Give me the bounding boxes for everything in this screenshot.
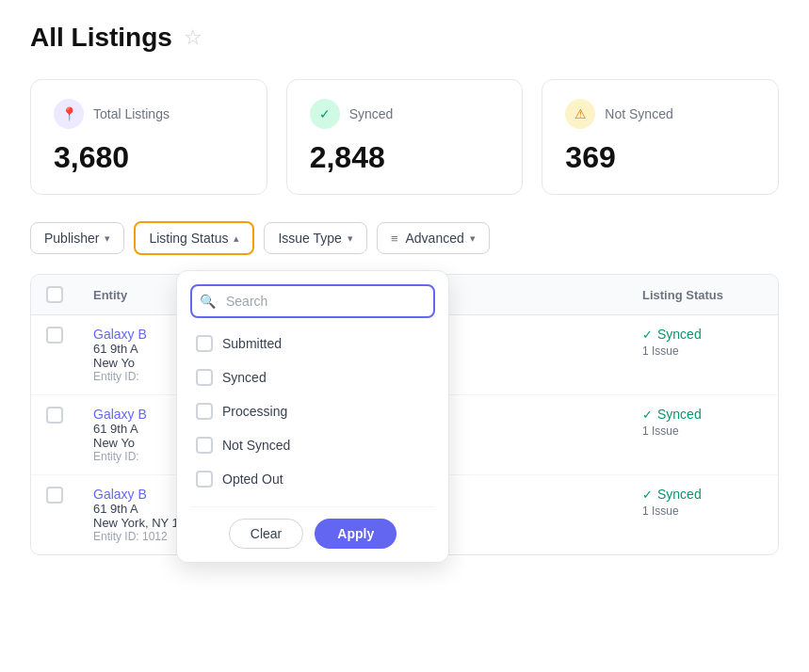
advanced-filter-icon: ≡ [391,232,398,246]
advanced-filter[interactable]: ≡ Advanced ▾ [377,222,490,254]
synced-label: Synced [349,106,394,121]
issue-type-chevron-icon: ▾ [348,232,353,245]
listing-status-filter[interactable]: Listing Status ▴ [134,221,254,255]
filters-row: Publisher ▾ Listing Status ▴ Issue Type … [30,221,779,255]
dropdown-footer: Clear Apply [190,506,435,549]
stats-row: 📍 Total Listings 3,680 ✓ Synced 2,848 ⚠ … [30,79,779,195]
not-synced-icon: ⚠ [565,99,595,129]
row-1-status: Synced [657,327,702,342]
option-processing[interactable]: Processing [190,395,435,427]
synced-option-label: Synced [222,370,267,385]
apply-button[interactable]: Apply [315,519,396,549]
not-synced-checkbox[interactable] [196,437,213,454]
option-submitted[interactable]: Submitted [190,328,435,360]
row-3-checkbox[interactable] [46,487,63,504]
synced-checkbox[interactable] [196,369,213,386]
row-1-issue: 1 Issue [642,344,679,358]
favorite-icon[interactable]: ☆ [184,25,202,50]
listing-status-dropdown: 🔍 Submitted Synced Processing [176,270,449,563]
publisher-chevron-icon: ▾ [105,232,110,245]
not-synced-option-label: Not Synced [222,438,290,453]
row-3-issue: 1 Issue [642,504,679,518]
stat-card-total: 📍 Total Listings 3,680 [30,79,267,195]
row-2-checkbox[interactable] [46,407,63,424]
clear-button[interactable]: Clear [229,519,303,549]
row-2-checkbox-cell [31,395,78,475]
submitted-label: Submitted [222,336,282,351]
status-option-list: Submitted Synced Processing Not Synced O… [190,328,435,495]
option-synced[interactable]: Synced [190,361,435,393]
issue-type-filter[interactable]: Issue Type ▾ [264,222,366,254]
publisher-filter-label: Publisher [44,231,99,246]
row-3-status-cell: ✓ Synced 1 Issue [627,475,778,555]
advanced-chevron-icon: ▾ [470,232,476,245]
header-checkbox-col [31,275,78,315]
row-2-status: Synced [657,407,702,422]
header-empty [563,275,627,315]
search-wrapper: 🔍 [190,284,435,318]
listing-status-filter-label: Listing Status [149,231,228,246]
select-all-checkbox[interactable] [46,286,63,303]
header-listing-status: Listing Status [627,275,778,315]
issue-type-filter-label: Issue Type [278,231,341,246]
stat-card-not-synced: ⚠ Not Synced 369 [542,79,779,195]
search-icon: 🔍 [200,294,216,309]
row-2-issue: 1 Issue [642,424,679,438]
opted-out-label: Opted Out [222,472,283,487]
row-1-checkbox[interactable] [46,327,63,344]
dropdown-search-input[interactable] [190,284,435,318]
total-listings-value: 3,680 [54,140,244,175]
option-not-synced[interactable]: Not Synced [190,429,435,461]
row-1-empty-cell [563,315,627,395]
stat-card-synced: ✓ Synced 2,848 [286,79,524,195]
opted-out-checkbox[interactable] [196,471,213,488]
not-synced-label: Not Synced [605,106,672,121]
row-3-status: Synced [657,487,702,502]
row-3-checkbox-cell [31,475,78,555]
row-1-synced-icon: ✓ [642,328,653,342]
row-1-checkbox-cell [31,315,78,395]
not-synced-value: 369 [565,140,755,175]
row-2-empty-cell [563,395,627,475]
processing-checkbox[interactable] [196,403,213,420]
row-2-synced-icon: ✓ [642,408,653,422]
total-listings-icon: 📍 [54,99,84,129]
advanced-filter-label: Advanced [405,231,463,246]
processing-label: Processing [222,404,287,419]
option-opted-out[interactable]: Opted Out [190,463,435,495]
page-title: All Listings [30,23,172,53]
publisher-filter[interactable]: Publisher ▾ [30,222,124,254]
row-3-synced-icon: ✓ [642,488,653,502]
row-2-status-cell: ✓ Synced 1 Issue [627,395,778,475]
synced-value: 2,848 [310,140,500,175]
synced-icon: ✓ [310,99,340,129]
total-listings-label: Total Listings [93,106,170,121]
row-1-status-cell: ✓ Synced 1 Issue [627,315,778,395]
submitted-checkbox[interactable] [196,335,213,352]
listing-status-chevron-icon: ▴ [234,232,239,245]
row-3-empty-cell [563,475,627,555]
